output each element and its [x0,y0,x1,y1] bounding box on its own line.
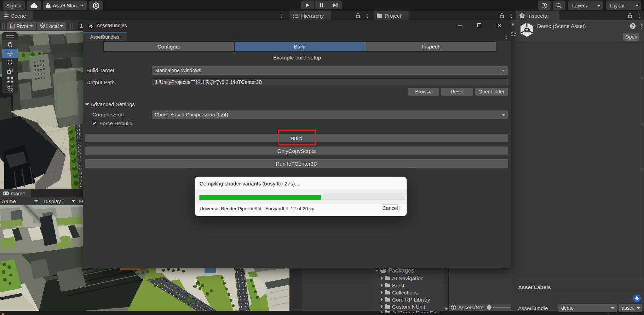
svg-text:?: ? [632,24,634,29]
svg-text:D: D [94,4,97,8]
